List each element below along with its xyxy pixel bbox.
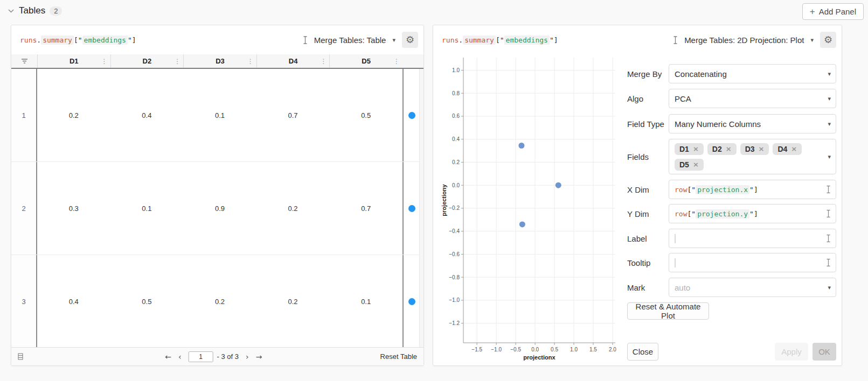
table-cell: 0.4 (37, 255, 110, 347)
previous-page-button[interactable]: ‹ (178, 352, 182, 361)
y-tick-label: −0.4 (449, 228, 460, 234)
column-header-label: D5 (362, 57, 371, 65)
column-menu-icon[interactable]: ⋮ (320, 58, 327, 65)
code-token: projection.x (696, 185, 749, 194)
merge-by-select[interactable]: Concatenating ▾ (669, 64, 836, 83)
panel-settings-button[interactable]: ⚙ (402, 32, 418, 48)
x-dim-input[interactable]: row["projection.x"] (669, 180, 836, 199)
chevron-down-icon[interactable]: ▾ (392, 37, 395, 44)
mark-label: Mark (627, 278, 645, 297)
column-menu-icon[interactable]: ⋮ (174, 58, 180, 65)
last-page-button[interactable]: → (256, 352, 262, 361)
y-dim-input[interactable]: row["projection.y"] (669, 204, 836, 223)
column-menu-icon[interactable]: ⋮ (247, 58, 254, 65)
code-token: "] (749, 186, 758, 194)
field-type-select[interactable]: Many Numeric Columns ▾ (669, 114, 836, 133)
reset-table-button[interactable]: Reset Table (380, 352, 417, 361)
query-expression[interactable]: runs.summary["embeddings"] (20, 36, 136, 44)
chevron-down-icon: ▾ (828, 153, 831, 160)
field-tag-d5[interactable]: D5× (675, 159, 704, 171)
column-header-d1[interactable]: D1⋮ (37, 54, 110, 68)
tables-section-toggle[interactable]: Tables 2 (8, 5, 62, 16)
x-dim-row: X Dim row["projection.x"] (627, 180, 836, 199)
panel-mode-selector[interactable]: Merge Tables: Table (314, 36, 386, 45)
apply-button[interactable]: Apply (775, 343, 808, 361)
column-header-d2[interactable]: D2⋮ (110, 54, 184, 68)
page-number-input[interactable] (189, 351, 213, 362)
row-height-icon[interactable] (18, 353, 23, 360)
section-title: Tables (19, 5, 45, 16)
table-panel: runs.summary["embeddings"] Merge Tables:… (11, 25, 424, 366)
code-token: [" (687, 186, 696, 194)
tooltip-input[interactable] (669, 253, 836, 272)
table-column-headers: D1⋮D2⋮D3⋮D4⋮D5⋮ (37, 54, 402, 68)
table-scrollbar-track[interactable] (419, 69, 423, 347)
label-field-label: Label (627, 229, 647, 248)
algo-select[interactable]: PCA ▾ (669, 89, 836, 108)
remove-tag-icon[interactable]: × (759, 144, 765, 154)
query-expression[interactable]: runs.summary["embeddings"] (442, 36, 558, 44)
x-dim-expression: row["projection.x"] (675, 186, 758, 194)
table-cell: 0.2 (256, 162, 330, 255)
plot-settings-form: Merge By Concatenating ▾ Algo PCA ▾ Fiel… (627, 25, 836, 366)
top-bar: Tables 2 + Add Panel (0, 0, 868, 25)
table-cell: 0.9 (183, 162, 256, 255)
remove-tag-icon[interactable]: × (693, 144, 699, 154)
column-header-d5[interactable]: D5⋮ (329, 54, 402, 68)
row-range-label: - 3 of 3 (217, 352, 239, 361)
field-tag-d1[interactable]: D1× (675, 143, 704, 155)
column-header-d4[interactable]: D4⋮ (256, 54, 330, 68)
table-row[interactable]: 10.20.40.10.70.5 (11, 69, 423, 162)
table-cell: 0.1 (110, 162, 184, 255)
row-color-dot (408, 112, 415, 119)
remove-tag-icon[interactable]: × (693, 160, 699, 170)
code-token: row (675, 186, 687, 194)
add-panel-button[interactable]: + Add Panel (802, 3, 864, 20)
mark-select[interactable]: auto ▾ (669, 278, 836, 297)
x-tick-label: 0.0 (531, 347, 539, 352)
first-page-button[interactable]: ← (165, 352, 171, 361)
tooltip-row: Tooltip (627, 253, 836, 272)
table-cell: 0.5 (329, 69, 402, 161)
code-token: embeddings (82, 36, 128, 45)
field-tag-label: D5 (679, 160, 689, 170)
close-button[interactable]: Close (627, 343, 658, 361)
field-tag-d4[interactable]: D4× (773, 143, 802, 155)
table-cell: 0.3 (37, 162, 110, 255)
remove-tag-icon[interactable]: × (726, 144, 732, 154)
x-dim-label: X Dim (627, 180, 649, 199)
text-caret (675, 234, 676, 243)
y-axis-title: projectiony (441, 184, 447, 216)
text-cursor-icon (826, 235, 831, 243)
column-menu-icon[interactable]: ⋮ (101, 58, 108, 65)
algo-label: Algo (627, 89, 643, 108)
field-tag-d3[interactable]: D3× (740, 143, 769, 155)
x-tick-label: 1.5 (589, 347, 597, 352)
field-tag-d2[interactable]: D2× (707, 143, 737, 155)
table-row[interactable]: 30.40.50.20.20.1 (11, 255, 423, 347)
algo-value: PCA (675, 94, 691, 103)
table-cell: 0.7 (256, 69, 330, 161)
filter-column-header[interactable] (11, 54, 37, 68)
chevron-down-icon: ▾ (828, 121, 831, 128)
chevron-down-icon: ▾ (828, 95, 831, 102)
column-header-d3[interactable]: D3⋮ (183, 54, 256, 68)
code-token: summary (463, 36, 496, 45)
table-row[interactable]: 20.30.10.90.20.7 (11, 162, 423, 255)
fields-multiselect[interactable]: D1×D2×D3×D4×D5×▾ (669, 139, 836, 174)
row-index: 1 (11, 69, 37, 161)
y-tick-label: −0.6 (449, 251, 460, 257)
label-input[interactable] (669, 229, 836, 248)
code-token: "] (550, 36, 558, 44)
code-token: row (675, 210, 687, 218)
panel-count-badge: 2 (50, 6, 62, 16)
table-body: 10.20.40.10.70.520.30.10.90.20.730.40.50… (11, 69, 423, 347)
y-dim-row: Y Dim row["projection.y"] (627, 204, 836, 223)
x-tick-label: 1.0 (570, 347, 578, 352)
next-page-button[interactable]: › (246, 352, 249, 361)
ok-button[interactable]: OK (813, 343, 836, 361)
table-cell: 0.7 (329, 162, 402, 255)
reset-automate-plot-button[interactable]: Reset & Automate Plot (627, 302, 709, 320)
column-menu-icon[interactable]: ⋮ (393, 58, 400, 65)
remove-tag-icon[interactable]: × (791, 144, 797, 154)
